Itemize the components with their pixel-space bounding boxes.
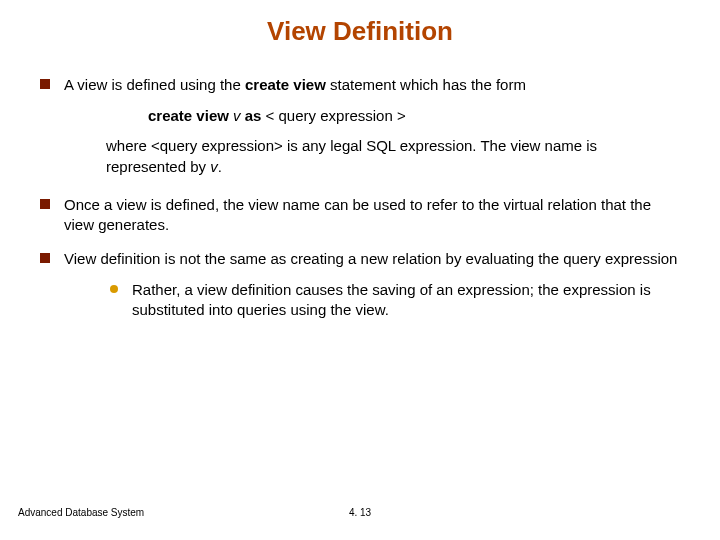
text-bold: create view: [245, 76, 326, 93]
text-italic: v: [233, 107, 245, 124]
text-fragment: < query expression >: [266, 107, 406, 124]
slide-title: View Definition: [40, 16, 680, 47]
text-bold: create view: [148, 107, 233, 124]
text-fragment: statement which has the form: [326, 76, 526, 93]
text-fragment: A view is defined using the: [64, 76, 245, 93]
bullet-text: Once a view is defined, the view name ca…: [64, 195, 680, 236]
square-bullet-icon: [40, 199, 50, 209]
bullet-list: A view is defined using the create view …: [40, 75, 680, 320]
text-bold: as: [245, 107, 266, 124]
sub-paragraph: where <query expression> is any legal SQ…: [106, 136, 680, 177]
bullet-text: Rather, a view definition causes the sav…: [132, 280, 680, 321]
circle-bullet-icon: [110, 285, 118, 293]
bullet-text: A view is defined using the create view …: [64, 75, 680, 95]
text-fragment: View definition is not the same as creat…: [64, 250, 677, 267]
square-bullet-icon: [40, 79, 50, 89]
text-fragment: .: [218, 158, 222, 175]
text-italic: v: [210, 158, 218, 175]
square-bullet-icon: [40, 253, 50, 263]
footer-page-number: 4. 13: [0, 507, 720, 518]
bullet-text: View definition is not the same as creat…: [64, 249, 680, 320]
list-item: Once a view is defined, the view name ca…: [40, 195, 680, 236]
list-item: View definition is not the same as creat…: [40, 249, 680, 320]
list-item-nested: Rather, a view definition causes the sav…: [110, 280, 680, 321]
list-item: A view is defined using the create view …: [40, 75, 680, 95]
syntax-line: create view v as < query expression >: [148, 107, 680, 124]
slide: View Definition A view is defined using …: [0, 0, 720, 540]
text-fragment: where <query expression> is any legal SQ…: [106, 137, 597, 174]
